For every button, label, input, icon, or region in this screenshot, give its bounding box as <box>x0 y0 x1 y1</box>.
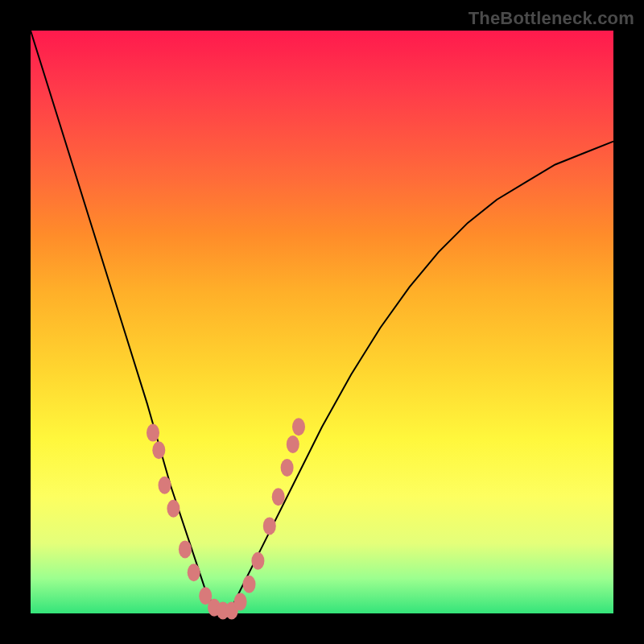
marker-bead <box>147 424 159 442</box>
marker-bead <box>159 477 171 494</box>
curve-line <box>31 31 613 613</box>
marker-bead <box>251 552 264 570</box>
marker-bead <box>167 500 180 518</box>
marker-bead <box>188 564 200 581</box>
marker-bead <box>287 436 299 453</box>
chart-svg <box>0 0 644 644</box>
marker-bead <box>234 593 247 611</box>
marker-bead <box>263 517 276 535</box>
marker-bead <box>179 540 192 558</box>
marker-bead <box>292 418 305 436</box>
marker-bead <box>152 441 165 459</box>
bottleneck-curve-path <box>31 31 613 613</box>
marker-bead <box>281 459 294 477</box>
curve-markers <box>147 418 305 619</box>
marker-bead <box>243 576 256 593</box>
marker-bead <box>272 488 285 506</box>
